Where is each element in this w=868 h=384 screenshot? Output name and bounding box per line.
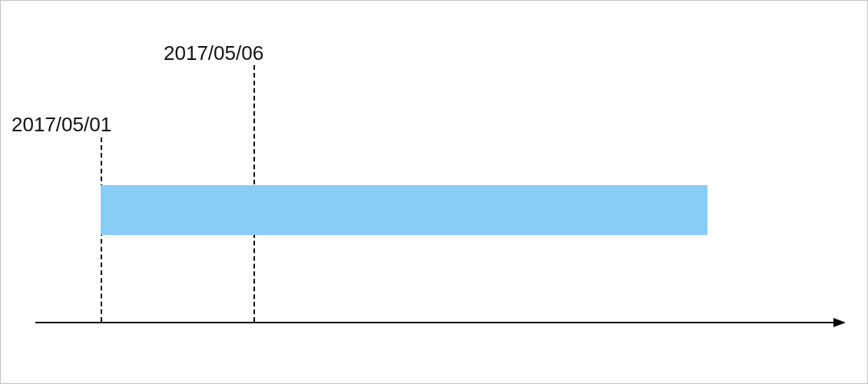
marker-label-left: 2017/05/01 [12, 114, 111, 134]
marker-label-right: 2017/05/06 [164, 43, 263, 63]
timeline-axis-arrowhead [833, 318, 846, 327]
timeline-span-bar [101, 185, 707, 235]
diagram-frame: 2017/05/06 2017/05/01 [0, 0, 868, 384]
timeline-axis [35, 322, 835, 323]
